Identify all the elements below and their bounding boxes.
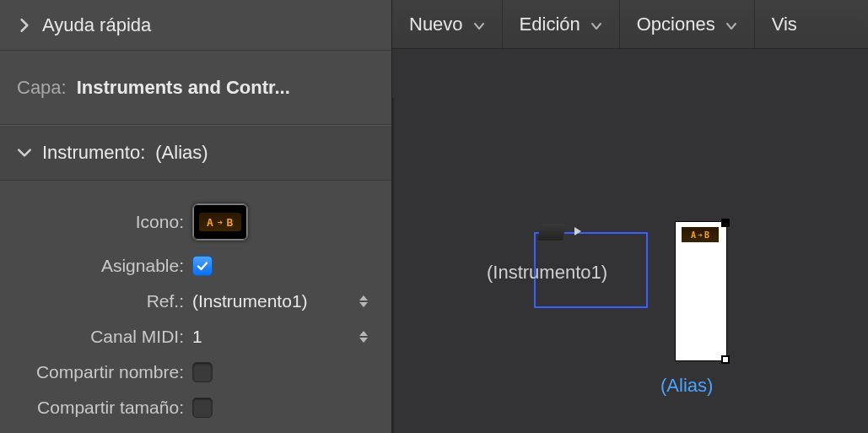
prop-ref-label: Ref.:	[0, 291, 192, 311]
resize-handle-bottom-right[interactable]	[721, 355, 730, 364]
layer-label: Capa:	[17, 77, 67, 99]
prop-share-size: Compartir tamaño:	[0, 390, 391, 425]
menu-view[interactable]: Vis	[755, 0, 814, 48]
share-name-checkbox[interactable]	[192, 362, 213, 382]
midi-channel-value[interactable]: 1	[192, 327, 202, 347]
environment-canvas[interactable]: (Instrumento1) A➔B (Alias)	[392, 49, 868, 433]
prop-assignable-label: Asignable:	[0, 256, 192, 276]
chevron-down-icon	[590, 14, 602, 35]
midi-channel-stepper[interactable]	[359, 326, 375, 348]
instrument-icon	[537, 224, 566, 241]
ab-alias-icon: A➔B	[682, 227, 719, 242]
prop-ref: Ref.: (Instrumento1)	[0, 284, 391, 319]
menu-edit[interactable]: Edición	[503, 0, 620, 48]
prop-share-name: Compartir nombre:	[0, 355, 391, 390]
environment-main: Nuevo Edición Opciones Vis (Instr	[391, 0, 868, 433]
quick-help-label: Ayuda rápida	[42, 14, 151, 36]
layer-name: Instruments and Contr...	[77, 77, 290, 99]
prop-midi-channel-label: Canal MIDI:	[0, 327, 192, 347]
instrument-header-label: Instrumento:	[42, 142, 145, 164]
chevron-down-icon	[725, 14, 737, 35]
instrument-header-row[interactable]: Instrumento: (Alias)	[0, 125, 391, 181]
prop-midi-channel: Canal MIDI: 1	[0, 319, 391, 355]
menu-options[interactable]: Opciones	[620, 0, 755, 48]
cable-output-icon[interactable]	[574, 227, 581, 235]
ref-stepper[interactable]	[359, 290, 375, 312]
ab-alias-icon: A ➔ B	[199, 213, 241, 231]
icon-picker[interactable]: A ➔ B	[192, 203, 248, 241]
resize-handle-top-right[interactable]	[721, 219, 730, 227]
prop-assignable: Asignable:	[0, 248, 391, 284]
instrument-label: (Instrumento1)	[487, 262, 607, 284]
prop-icon: Icono: A ➔ B	[0, 196, 391, 248]
prop-share-name-label: Compartir nombre:	[0, 362, 192, 382]
alias-object[interactable]: A➔B	[675, 221, 727, 361]
chevron-down-icon	[17, 145, 32, 160]
prop-share-size-label: Compartir tamaño:	[0, 398, 192, 418]
share-size-checkbox[interactable]	[192, 398, 213, 418]
prop-icon-label: Icono:	[0, 212, 192, 232]
inspector-properties: Icono: A ➔ B Asignable: Ref.:	[0, 181, 391, 425]
assignable-checkbox[interactable]	[192, 256, 213, 276]
toolbar: Nuevo Edición Opciones Vis	[392, 0, 868, 49]
chevron-down-icon	[473, 14, 485, 35]
menu-new[interactable]: Nuevo	[392, 0, 503, 48]
instrument-header-value: (Alias)	[155, 142, 208, 164]
chevron-right-icon	[17, 18, 32, 33]
quick-help-row[interactable]: Ayuda rápida	[0, 0, 391, 51]
inspector-sidebar: Ayuda rápida Capa: Instruments and Contr…	[0, 0, 391, 433]
ref-value[interactable]: (Instrumento1)	[192, 291, 308, 311]
alias-label: (Alias)	[660, 375, 713, 397]
layer-row[interactable]: Capa: Instruments and Contr...	[0, 51, 391, 125]
